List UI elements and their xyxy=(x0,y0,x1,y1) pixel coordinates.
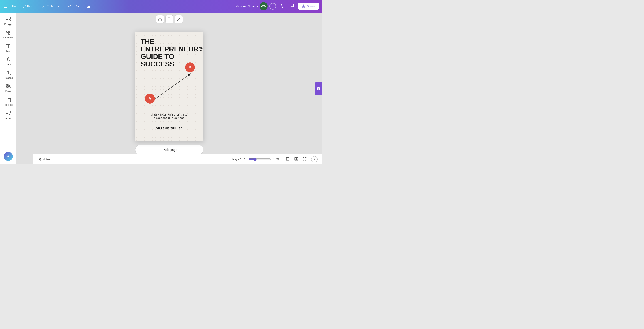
elements-icon xyxy=(6,30,11,35)
canvas-toolbar xyxy=(156,15,183,23)
undo-button[interactable]: ↩ xyxy=(66,2,73,10)
add-page-button[interactable]: + Add page xyxy=(135,145,204,155)
topbar-left: ☰ File Resize Editing ↩ ↪ ☁ xyxy=(3,2,92,10)
fullscreen-icon xyxy=(303,157,307,161)
sidebar-design-label: Design xyxy=(4,23,12,26)
chevron-down-icon xyxy=(57,5,60,8)
user-name: Graeme Whiles xyxy=(236,4,258,8)
resize-icon xyxy=(22,4,26,8)
hamburger-icon[interactable]: ☰ xyxy=(3,2,9,10)
ai-icon xyxy=(316,86,320,91)
brand-icon xyxy=(6,57,11,62)
share-button[interactable]: Share xyxy=(298,3,319,10)
notes-icon xyxy=(38,158,41,161)
chart-icon xyxy=(280,4,284,8)
text-icon xyxy=(6,44,11,49)
svg-rect-13 xyxy=(9,111,10,113)
notes-button[interactable]: Notes xyxy=(38,158,50,161)
page-label: Page 1 / 1 xyxy=(232,158,246,161)
editing-label: Editing xyxy=(46,4,56,8)
lock-icon xyxy=(158,18,162,21)
sidebar-item-design[interactable]: Design xyxy=(1,14,16,28)
sidebar-item-projects[interactable]: Projects xyxy=(1,95,16,108)
sidebar-uploads-label: Uploads xyxy=(4,76,12,79)
single-page-icon xyxy=(286,157,290,161)
duplicate-button[interactable] xyxy=(165,15,174,23)
book-author: GRAEME WHILES xyxy=(140,127,199,130)
editing-button[interactable]: Editing xyxy=(40,3,62,10)
analytics-button[interactable] xyxy=(278,2,286,10)
book-title-line1: THE xyxy=(140,38,154,46)
topbar: ☰ File Resize Editing ↩ ↪ ☁ Graeme While… xyxy=(0,0,322,12)
file-button[interactable]: File xyxy=(10,3,20,10)
svg-rect-23 xyxy=(297,157,298,159)
redo-button[interactable]: ↪ xyxy=(74,2,81,10)
sidebar-item-elements[interactable]: Elements xyxy=(1,28,16,41)
expand-button[interactable] xyxy=(175,15,183,23)
svg-rect-16 xyxy=(169,19,171,21)
grid-view-button[interactable] xyxy=(292,156,300,163)
svg-rect-3 xyxy=(6,20,8,21)
svg-rect-15 xyxy=(159,19,161,20)
ai-panel-button[interactable] xyxy=(315,82,322,95)
page-info: Page 1 / 1 57% ? xyxy=(232,156,318,163)
svg-rect-4 xyxy=(9,20,10,21)
book-subtitle: A ROADMAP TO BUILDING ASUCCESSFUL BUSINE… xyxy=(140,114,199,120)
book-canvas[interactable]: THE ENTREPRENEUR'S GUIDE TO SUCCESS A B … xyxy=(135,32,204,141)
svg-rect-14 xyxy=(6,114,8,115)
svg-rect-12 xyxy=(6,111,8,113)
add-collaborator-button[interactable]: + xyxy=(270,3,276,10)
sidebar-brand-label: Brand xyxy=(5,63,12,66)
zoom-percent: 57% xyxy=(274,158,281,161)
design-icon xyxy=(6,16,11,22)
sidebar-projects-label: Projects xyxy=(4,104,13,106)
grid-icon xyxy=(294,157,298,161)
sidebar-bottom: ✦ xyxy=(2,150,14,163)
svg-rect-2 xyxy=(9,17,10,19)
sidebar-text-label: Text xyxy=(6,50,10,52)
sidebar-item-text[interactable]: Text xyxy=(1,41,16,54)
duplicate-icon xyxy=(168,18,171,21)
single-view-button[interactable] xyxy=(284,156,292,163)
sidebar-item-draw[interactable]: Draw xyxy=(1,82,16,95)
sidebar-item-uploads[interactable]: Uploads xyxy=(1,68,16,82)
share-icon xyxy=(302,4,305,8)
svg-rect-24 xyxy=(295,159,296,160)
magic-button[interactable]: ✦ xyxy=(4,152,13,161)
pencil-icon xyxy=(42,4,46,8)
sidebar-item-apps[interactable]: Apps xyxy=(1,108,16,122)
divider xyxy=(64,3,64,10)
comments-button[interactable] xyxy=(288,2,296,10)
cloud-save-button[interactable]: ☁ xyxy=(84,2,92,10)
notes-label: Notes xyxy=(42,158,50,161)
projects-icon xyxy=(6,97,11,102)
book-title-line2: ENTREPRENEUR'S xyxy=(140,45,204,53)
svg-point-5 xyxy=(6,31,8,33)
divider2 xyxy=(82,3,83,10)
svg-line-18 xyxy=(155,74,191,99)
share-label: Share xyxy=(306,4,315,8)
point-b: B xyxy=(185,62,195,72)
canvas-area: THE ENTREPRENEUR'S GUIDE TO SUCCESS A B … xyxy=(16,12,322,164)
comment-icon xyxy=(290,4,294,8)
sidebar-elements-label: Elements xyxy=(3,36,14,39)
svg-rect-22 xyxy=(295,157,296,159)
point-a: A xyxy=(145,94,155,104)
avatar[interactable]: GW xyxy=(260,2,268,10)
help-button[interactable]: ? xyxy=(311,156,318,162)
svg-rect-25 xyxy=(297,159,298,160)
sidebar-item-brand[interactable]: Brand xyxy=(1,54,16,68)
book-title-line3: GUIDE TO SUCCESS xyxy=(140,52,174,68)
svg-rect-6 xyxy=(8,33,10,34)
expand-icon xyxy=(177,18,180,21)
topbar-right: Graeme Whiles GW + Share xyxy=(236,2,319,10)
uploads-icon xyxy=(6,70,11,76)
lock-button[interactable] xyxy=(156,15,164,23)
apps-icon xyxy=(6,110,11,116)
fullscreen-button[interactable] xyxy=(301,156,308,163)
draw-icon xyxy=(6,84,11,89)
zoom-slider[interactable] xyxy=(248,158,271,161)
resize-button[interactable]: Resize xyxy=(20,3,39,10)
sidebar: Design Elements Text Brand Uploads Draw xyxy=(0,12,16,164)
main-layout: Design Elements Text Brand Uploads Draw xyxy=(0,12,322,164)
